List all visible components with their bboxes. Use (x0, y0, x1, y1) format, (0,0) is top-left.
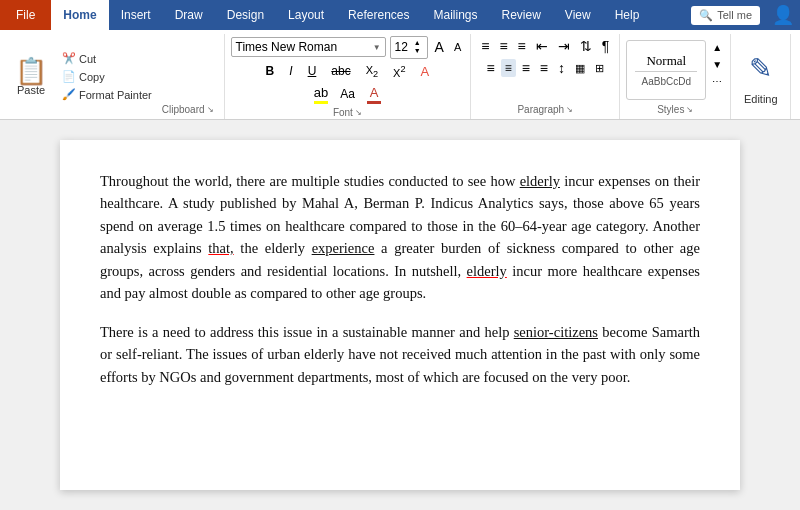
font-size-steppers[interactable]: ▲ ▼ (412, 39, 423, 56)
tab-review[interactable]: Review (490, 0, 553, 30)
styles-expand-icon[interactable]: ↘ (686, 105, 693, 114)
cut-icon: ✂️ (62, 52, 76, 65)
tab-draw[interactable]: Draw (163, 0, 215, 30)
para-row2: ≡ ≡ ≡ ≡ ↕ ▦ ⊞ (483, 58, 609, 78)
font-label: Font ↘ (329, 105, 366, 120)
clipboard-expand-icon[interactable]: ↘ (207, 105, 214, 114)
paragraph-label: Paragraph ↘ (513, 102, 577, 117)
tab-help[interactable]: Help (603, 0, 652, 30)
increase-indent-button[interactable]: ⇥ (554, 36, 574, 56)
highlight-icon: ab (314, 85, 328, 100)
font-color-icon: A (370, 85, 379, 100)
clear-format-button[interactable]: A (415, 61, 436, 82)
font-size-increase[interactable]: ▲ (412, 39, 423, 47)
subscript-button[interactable]: X2 (360, 61, 384, 82)
case-change-button[interactable]: Aa (334, 84, 361, 104)
styles-group: Normal AaBbCcDd ▲ ▼ ⋯ Styles ↘ (620, 34, 731, 119)
paragraph-2: There is a need to address this issue in… (100, 321, 700, 388)
styles-normal-box[interactable]: Normal AaBbCcDd (626, 40, 706, 100)
senior-citizens-link: senior-citizens (514, 324, 598, 340)
font-size-decrease[interactable]: ▼ (412, 47, 423, 55)
paste-icon: 📋 (15, 58, 47, 84)
editing-button[interactable]: ✎ (741, 48, 780, 89)
justify-button[interactable]: ≡ (536, 58, 552, 78)
align-center-button[interactable]: ≡ (501, 59, 516, 77)
clipboard-small-buttons: ✂️ Cut 📄 Copy 🖌️ Format Painter (58, 36, 156, 117)
tab-insert[interactable]: Insert (109, 0, 163, 30)
editing-icon: ✎ (749, 52, 772, 85)
styles-normal-text: Normal (646, 53, 686, 69)
shading-button[interactable]: ▦ (571, 60, 589, 77)
align-right-button[interactable]: ≡ (518, 58, 534, 78)
styles-down-icon[interactable]: ▼ (710, 57, 724, 72)
that-link: that, (208, 240, 233, 256)
font-name-selector[interactable]: Times New Roman ▼ (231, 37, 386, 57)
clipboard-label: Clipboard ↘ (158, 102, 218, 117)
document-area: Throughout the world, there are multiple… (0, 120, 800, 510)
tab-home[interactable]: Home (51, 0, 108, 30)
bullets-button[interactable]: ≡ (477, 36, 493, 56)
tab-layout[interactable]: Layout (276, 0, 336, 30)
tell-me-input[interactable]: 🔍 Tell me (691, 6, 760, 25)
copy-button[interactable]: 📄 Copy (58, 68, 156, 85)
editing-inner: ✎ Editing (737, 42, 784, 111)
tab-references[interactable]: References (336, 0, 421, 30)
tab-design[interactable]: Design (215, 0, 276, 30)
elderly-link-2: elderly (467, 263, 507, 279)
copy-icon: 📄 (62, 70, 76, 83)
underline-button[interactable]: U (302, 61, 323, 81)
font-row3: ab Aa A (311, 84, 384, 105)
paragraph-expand-icon[interactable]: ↘ (566, 105, 573, 114)
far-right-tabs: 🔍 Tell me 👤 (685, 0, 800, 30)
user-icon[interactable]: 👤 (772, 4, 794, 26)
text-highlight-button[interactable]: ab (311, 84, 331, 105)
elderly-link-1: elderly (520, 173, 560, 189)
ribbon: 📋 Paste ✂️ Cut 📄 Copy 🖌️ Format Painter (0, 30, 800, 120)
font-name-dropdown-icon: ▼ (373, 43, 381, 52)
styles-arrows: ▲ ▼ ⋯ (710, 40, 724, 89)
tab-file[interactable]: File (0, 0, 51, 30)
editing-group: ✎ Editing (731, 34, 791, 119)
paragraph-group: ≡ ≡ ≡ ⇤ ⇥ ⇅ ¶ ≡ ≡ ≡ ≡ ↕ ▦ ⊞ Paragraph ↘ (471, 34, 620, 119)
styles-label: Styles ↘ (653, 102, 697, 117)
para-row1: ≡ ≡ ≡ ⇤ ⇥ ⇅ ¶ (477, 36, 613, 56)
font-row1: Times New Roman ▼ 12 ▲ ▼ A A (231, 36, 465, 59)
font-color-bar (367, 101, 381, 104)
numbering-button[interactable]: ≡ (495, 36, 511, 56)
bold-button[interactable]: B (260, 61, 281, 81)
styles-up-icon[interactable]: ▲ (710, 40, 724, 55)
font-color-button[interactable]: A (364, 84, 384, 105)
highlight-color-bar (314, 101, 328, 104)
paragraph-1: Throughout the world, there are multiple… (100, 170, 700, 305)
styles-divider (635, 71, 697, 72)
align-left-button[interactable]: ≡ (483, 58, 499, 78)
multilevel-list-button[interactable]: ≡ (514, 36, 530, 56)
format-painter-icon: 🖌️ (62, 88, 76, 101)
tab-bar: File Home Insert Draw Design Layout Refe… (0, 0, 800, 30)
decrease-indent-button[interactable]: ⇤ (532, 36, 552, 56)
cut-button[interactable]: ✂️ Cut (58, 50, 156, 67)
font-group: Times New Roman ▼ 12 ▲ ▼ A A B I U abc X… (225, 34, 472, 119)
sort-button[interactable]: ⇅ (576, 36, 596, 56)
font-size-selector[interactable]: 12 ▲ ▼ (390, 36, 428, 59)
document-page: Throughout the world, there are multiple… (60, 140, 740, 490)
increase-font-button[interactable]: A (432, 37, 447, 57)
editing-label: Editing (744, 93, 778, 105)
experience-link: experience (312, 240, 375, 256)
search-icon: 🔍 (699, 9, 713, 22)
show-formatting-button[interactable]: ¶ (598, 36, 614, 56)
borders-button[interactable]: ⊞ (591, 60, 608, 77)
tab-mailings[interactable]: Mailings (421, 0, 489, 30)
decrease-font-button[interactable]: A (451, 39, 464, 55)
font-expand-icon[interactable]: ↘ (355, 108, 362, 117)
clipboard-group: 📋 Paste ✂️ Cut 📄 Copy 🖌️ Format Painter (0, 34, 225, 119)
styles-more-icon[interactable]: ⋯ (710, 74, 724, 89)
italic-button[interactable]: I (283, 61, 298, 81)
superscript-button[interactable]: X2 (387, 61, 411, 82)
paste-button[interactable]: 📋 Paste (6, 36, 56, 117)
format-painter-button[interactable]: 🖌️ Format Painter (58, 86, 156, 103)
font-row2: B I U abc X2 X2 A (260, 61, 436, 82)
line-spacing-button[interactable]: ↕ (554, 58, 569, 78)
strikethrough-button[interactable]: abc (325, 61, 356, 81)
tab-view[interactable]: View (553, 0, 603, 30)
